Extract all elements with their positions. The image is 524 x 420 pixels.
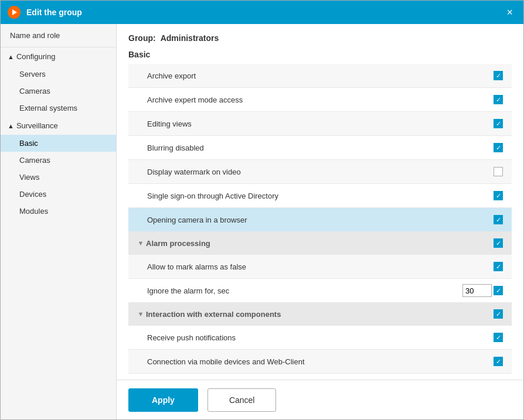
- close-button[interactable]: ×: [503, 6, 516, 19]
- cb-watermark[interactable]: [494, 167, 503, 176]
- sidebar-item-modules[interactable]: Modules: [1, 203, 116, 220]
- edit-group-dialog: Edit the group × Name and role ▲ Configu…: [0, 0, 524, 420]
- sidebar-item-cameras-surveillance[interactable]: Cameras: [1, 152, 116, 169]
- cb-push-notifications[interactable]: [494, 333, 503, 342]
- sidebar-item-devices[interactable]: Devices: [1, 186, 116, 203]
- checkbox-interaction[interactable]: [492, 308, 505, 320]
- checkbox-archive-expert[interactable]: [492, 93, 505, 106]
- perm-row-alarm-processing: ▼ Alarm processing: [128, 232, 512, 255]
- sidebar-item-name-and-role[interactable]: Name and role: [1, 24, 116, 47]
- checkbox-watermark[interactable]: [492, 165, 505, 178]
- checkbox-push-notifications[interactable]: [492, 331, 505, 344]
- ignore-alarm-input[interactable]: [462, 284, 492, 297]
- perm-row-push-notifications: Receive push notifications: [128, 326, 512, 350]
- perm-label-archive-export: Archive export: [147, 71, 492, 80]
- perm-label-alarm-processing: Alarm processing: [146, 239, 492, 248]
- perm-row-mark-alarms: Allow to mark alarms as false: [128, 255, 512, 279]
- checkbox-archive-export[interactable]: [492, 69, 505, 82]
- checkbox-alarm-processing[interactable]: [492, 237, 505, 250]
- cb-mobile-connection[interactable]: [494, 357, 503, 366]
- perm-label-ignore-alarm: Ignore the alarm for, sec: [147, 286, 460, 295]
- cb-interaction[interactable]: [494, 309, 503, 319]
- main-content: Group: Administrators Basic Archive expo…: [117, 24, 523, 419]
- checkbox-mark-alarms[interactable]: [492, 260, 505, 273]
- collapse-arrow-surveillance: ▲: [8, 122, 14, 129]
- ignore-label-wrap: Ignore the alarm for, sec: [147, 284, 492, 297]
- sidebar-item-views[interactable]: Views: [1, 169, 116, 186]
- perm-label-sso: Single sign-on through Active Directory: [147, 192, 492, 200]
- checkbox-blurring[interactable]: [492, 141, 505, 154]
- perm-label-mark-alarms: Allow to mark alarms as false: [147, 262, 492, 271]
- sidebar: Name and role ▲ Configuring Servers Came…: [1, 24, 117, 419]
- sidebar-section-surveillance[interactable]: ▲ Surveillance: [1, 117, 116, 135]
- dialog-footer: Apply Cancel: [117, 380, 523, 419]
- cb-open-camera[interactable]: [494, 215, 503, 224]
- section-title: Basic: [128, 50, 512, 59]
- cb-alarm-processing[interactable]: [494, 238, 503, 248]
- perm-row-blurring: Blurring disabled: [128, 136, 512, 160]
- cb-mark-alarms[interactable]: [494, 262, 503, 271]
- cb-editing-views[interactable]: [494, 119, 503, 128]
- perm-label-archive-expert: Archive expert mode access: [147, 95, 492, 104]
- apply-button[interactable]: Apply: [128, 388, 198, 412]
- dialog-body: Name and role ▲ Configuring Servers Came…: [1, 24, 523, 419]
- perm-label-push-notifications: Receive push notifications: [147, 333, 492, 342]
- perm-label-interaction: Interaction with external components: [146, 310, 492, 319]
- group-value: Administrators: [161, 33, 219, 43]
- collapse-arrow-configuring: ▲: [8, 53, 14, 60]
- svg-marker-0: [12, 9, 17, 15]
- perm-label-mobile-connection: Connection via mobile devices and Web-Cl…: [147, 357, 492, 366]
- group-label: Group:: [128, 33, 156, 43]
- collapse-interaction-icon[interactable]: ▼: [135, 310, 146, 317]
- perm-row-editing-views: Editing views: [128, 112, 512, 136]
- perm-row-archive-export: Archive export: [128, 64, 512, 88]
- cb-ignore-alarm[interactable]: [494, 286, 503, 295]
- group-header: Group: Administrators: [128, 33, 512, 43]
- perm-label-watermark: Display watermark on video: [147, 168, 492, 176]
- app-logo: [8, 6, 21, 19]
- sidebar-item-cameras-configuring[interactable]: Cameras: [1, 83, 116, 100]
- checkbox-open-camera[interactable]: [492, 213, 505, 226]
- checkbox-editing-views[interactable]: [492, 117, 505, 130]
- sidebar-section-configuring[interactable]: ▲ Configuring: [1, 47, 116, 66]
- checkbox-sso[interactable]: [492, 189, 505, 202]
- cancel-button[interactable]: Cancel: [207, 388, 277, 412]
- perm-label-editing-views: Editing views: [147, 119, 492, 128]
- checkbox-ignore-alarm[interactable]: [492, 284, 505, 297]
- cb-sso[interactable]: [494, 191, 503, 200]
- title-bar: Edit the group ×: [1, 1, 523, 24]
- perm-row-open-camera: Opening camera in a browser: [128, 208, 512, 232]
- cb-blurring[interactable]: [494, 143, 503, 152]
- sidebar-item-basic[interactable]: Basic: [1, 135, 116, 152]
- cb-archive-export[interactable]: [494, 71, 503, 80]
- perm-row-ignore-alarm: Ignore the alarm for, sec: [128, 279, 512, 303]
- perm-row-mobile-connection: Connection via mobile devices and Web-Cl…: [128, 350, 512, 374]
- perm-row-interaction: ▼ Interaction with external components: [128, 303, 512, 326]
- sidebar-item-external-systems[interactable]: External systems: [1, 100, 116, 117]
- perm-label-blurring: Blurring disabled: [147, 144, 492, 152]
- perm-label-open-camera: Opening camera in a browser: [147, 216, 492, 224]
- perm-row-sso: Single sign-on through Active Directory: [128, 184, 512, 208]
- perm-row-watermark: Display watermark on video: [128, 160, 512, 184]
- checkbox-mobile-connection[interactable]: [492, 355, 505, 368]
- perm-row-archive-expert: Archive expert mode access: [128, 88, 512, 112]
- sidebar-item-servers[interactable]: Servers: [1, 66, 116, 83]
- cb-archive-expert[interactable]: [494, 95, 503, 104]
- collapse-alarm-icon[interactable]: ▼: [135, 240, 146, 247]
- dialog-title: Edit the group: [26, 8, 503, 17]
- content-area: Group: Administrators Basic Archive expo…: [117, 24, 523, 380]
